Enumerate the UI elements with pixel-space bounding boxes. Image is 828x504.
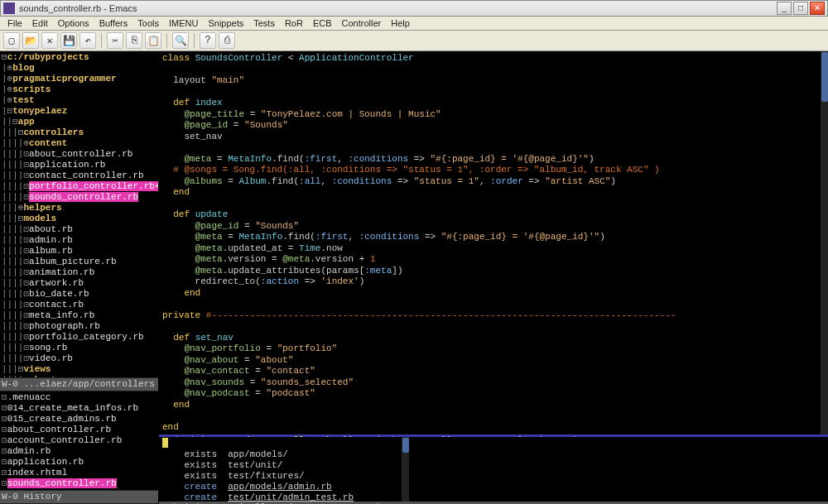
tree-folder-c-rubyprojects[interactable]: ⊟c:/rubyprojects bbox=[2, 52, 156, 63]
paste-icon[interactable]: 📋 bbox=[145, 32, 161, 49]
buffer-sounds_controller-rb[interactable]: ⊡sounds_controller.rb bbox=[2, 478, 156, 489]
output-line: exists app/models/ bbox=[162, 449, 397, 460]
main-area: ⊟c:/rubyprojects|⊕blog|⊕pragmaticprogram… bbox=[0, 51, 828, 504]
minimize-button[interactable]: _ bbox=[777, 2, 792, 15]
close-button[interactable]: ✕ bbox=[810, 2, 825, 15]
tree-folder-content[interactable]: ||||⊕content bbox=[2, 138, 156, 149]
tree-file-contact-rb[interactable]: ||||⊡contact.rb bbox=[2, 300, 156, 310]
menu-options[interactable]: Options bbox=[53, 17, 94, 29]
buffer-list[interactable]: ⊡.menuacc⊡014_create_meta_infos.rb⊡015_c… bbox=[0, 391, 158, 490]
tree-folder-blog[interactable]: |⊕blog bbox=[2, 63, 156, 74]
menu-ecb[interactable]: ECB bbox=[308, 17, 337, 29]
print-icon[interactable]: ⎙ bbox=[219, 32, 235, 49]
tree-file-album_picture-rb[interactable]: ||||⊡album_picture.rb bbox=[2, 257, 156, 267]
output-line: create app/models/admin.rb bbox=[162, 482, 397, 492]
code-line: end bbox=[162, 400, 816, 411]
editor-scrollbar[interactable] bbox=[820, 51, 828, 434]
tree-folder-views[interactable]: |||⊟views bbox=[2, 364, 156, 375]
window-titlebar: sounds_controller.rb - Emacs _ □ ✕ bbox=[0, 0, 828, 17]
buffer-about_controller-rb[interactable]: ⊡about_controller.rb bbox=[2, 425, 156, 435]
tree-folder-models[interactable]: |||⊟models bbox=[2, 214, 156, 224]
menu-tests[interactable]: Tests bbox=[248, 17, 280, 29]
menu-file[interactable]: File bbox=[2, 17, 27, 29]
menu-controller[interactable]: Controller bbox=[337, 17, 387, 29]
tree-file-meta_info-rb[interactable]: ||||⊡meta_info.rb bbox=[2, 310, 156, 321]
tree-file-about_controller-rb[interactable]: ||||⊡about_controller.rb bbox=[2, 149, 156, 160]
tree-folder-controllers[interactable]: |||⊟controllers bbox=[2, 127, 156, 138]
code-line: @meta.update_attributes(params[:meta]) bbox=[162, 266, 816, 277]
toolbar-separator bbox=[166, 33, 167, 48]
buffer--menuacc[interactable]: ⊡.menuacc bbox=[2, 392, 156, 403]
tree-folder-helpers[interactable]: |||⊕helpers bbox=[2, 203, 156, 214]
code-line: @nav_portfolio = "portfolio" bbox=[162, 343, 816, 355]
code-line: @page_title = "TonyPelaez.com | Sounds |… bbox=[162, 109, 816, 121]
search-icon[interactable]: 🔍 bbox=[172, 32, 189, 49]
code-line: def index bbox=[162, 98, 816, 109]
output-line: exists test/unit/ bbox=[162, 460, 397, 471]
tree-file-portfolio_category-rb[interactable]: ||||⊡portfolio_category.rb bbox=[2, 332, 156, 343]
code-line bbox=[162, 142, 816, 154]
tree-file-bio_date-rb[interactable]: ||||⊡bio_date.rb bbox=[2, 289, 156, 300]
undo-icon[interactable]: ↶ bbox=[79, 32, 96, 49]
tree-folder-test[interactable]: |⊕test bbox=[2, 95, 156, 106]
tree-folder-tonypelaez[interactable]: |⊟tonypelaez bbox=[2, 106, 156, 117]
tree-file-portfolio_controller-rb-[interactable]: ||||⊡portfolio_controller.rb+ bbox=[2, 181, 156, 192]
tree-file-photograph-rb[interactable]: ||||⊡photograph.rb bbox=[2, 321, 156, 332]
save-icon[interactable]: 💾 bbox=[60, 32, 77, 49]
menu-imenu[interactable]: IMENU bbox=[164, 17, 203, 29]
tree-file-about-rb[interactable]: ||||⊡about.rb bbox=[2, 224, 156, 235]
sidebar: ⊟c:/rubyprojects|⊕blog|⊕pragmaticprogram… bbox=[0, 51, 159, 504]
tree-file-application-rb[interactable]: ||||⊡application.rb bbox=[2, 160, 156, 170]
output-line: exists test/fixtures/ bbox=[162, 471, 397, 482]
tree-file-admin-rb[interactable]: ||||⊡admin.rb bbox=[2, 235, 156, 246]
buffer-application-rb[interactable]: ⊡application.rb bbox=[2, 457, 156, 468]
menu-ror[interactable]: RoR bbox=[280, 17, 308, 29]
buffer-admin-rb[interactable]: ⊡admin.rb bbox=[2, 446, 156, 457]
code-line: end bbox=[162, 187, 816, 199]
buffer-account_controller-rb[interactable]: ⊡account_controller.rb bbox=[2, 435, 156, 446]
tree-file-album-rb[interactable]: ||||⊡album.rb bbox=[2, 246, 156, 257]
code-line bbox=[162, 410, 816, 422]
app-icon bbox=[3, 2, 15, 14]
maximize-button[interactable]: □ bbox=[793, 2, 808, 15]
open-folder-icon[interactable]: 📂 bbox=[22, 32, 39, 49]
cursor bbox=[162, 438, 168, 448]
output-line: create test/unit/admin_test.rb bbox=[162, 492, 397, 502]
menu-tools[interactable]: Tools bbox=[132, 17, 164, 29]
buffer-index-rhtml[interactable]: ⊡index.rhtml bbox=[2, 468, 156, 478]
tree-file-song-rb[interactable]: ||||⊡song.rb bbox=[2, 343, 156, 353]
tree-file-artwork-rb[interactable]: ||||⊡artwork.rb bbox=[2, 278, 156, 289]
menu-snippets[interactable]: Snippets bbox=[203, 17, 248, 29]
file-tree[interactable]: ⊟c:/rubyprojects|⊕blog|⊕pragmaticprogram… bbox=[0, 51, 158, 377]
tree-folder-app[interactable]: ||⊟app bbox=[2, 117, 156, 127]
code-line: set_nav bbox=[162, 132, 816, 143]
help-icon[interactable]: ? bbox=[200, 32, 216, 49]
cut-icon[interactable]: ✂ bbox=[107, 32, 123, 49]
tree-folder-pragmaticprogrammer[interactable]: |⊕pragmaticprogrammer bbox=[2, 74, 156, 84]
new-file-icon[interactable]: ▢ bbox=[3, 32, 20, 49]
copy-icon[interactable]: ⎘ bbox=[126, 32, 142, 49]
code-line: # @songs = Song.find(:all, :conditions =… bbox=[162, 165, 816, 176]
buffer-014_create_meta_infos-rb[interactable]: ⊡014_create_meta_infos.rb bbox=[2, 403, 156, 414]
tree-file-animation-rb[interactable]: ||||⊡animation.rb bbox=[2, 267, 156, 278]
code-line: @meta.updated_at = Time.now bbox=[162, 243, 816, 255]
code-editor[interactable]: class SoundsController < ApplicationCont… bbox=[159, 51, 820, 434]
output-scrollbar[interactable] bbox=[401, 437, 409, 502]
code-line: @nav_about = "about" bbox=[162, 355, 816, 367]
code-line bbox=[162, 87, 816, 98]
menu-bar: FileEditOptionsBuffersToolsIMENUSnippets… bbox=[0, 17, 828, 31]
close-icon[interactable]: ✕ bbox=[41, 32, 58, 49]
toolbar-separator bbox=[101, 33, 102, 48]
tree-file-video-rb[interactable]: ||||⊡video.rb bbox=[2, 353, 156, 364]
tree-file-sounds_controller-rb[interactable]: ||||⊡sounds_controller.rb bbox=[2, 192, 156, 203]
menu-help[interactable]: Help bbox=[386, 17, 415, 29]
code-line: @nav_podcast = "podcast" bbox=[162, 388, 816, 400]
window-title: sounds_controller.rb - Emacs bbox=[19, 3, 775, 13]
code-line: @meta = MetaInfo.find(:first, :condition… bbox=[162, 232, 816, 243]
menu-edit[interactable]: Edit bbox=[27, 17, 53, 29]
output-buffer[interactable]: exists app/models/ exists test/unit/ exi… bbox=[159, 437, 401, 502]
tree-folder-scripts[interactable]: |⊕scripts bbox=[2, 84, 156, 95]
menu-buffers[interactable]: Buffers bbox=[94, 17, 133, 29]
tree-file-contact_controller-rb[interactable]: ||||⊡contact_controller.rb bbox=[2, 170, 156, 181]
buffer-015_create_admins-rb[interactable]: ⊡015_create_admins.rb bbox=[2, 414, 156, 425]
